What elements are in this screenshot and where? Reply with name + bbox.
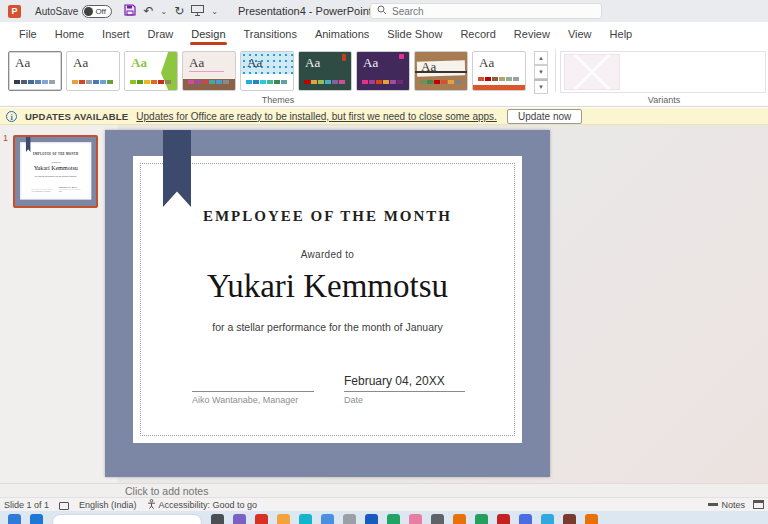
theme-swatches <box>188 80 229 84</box>
language-indicator[interactable]: English (India) <box>79 500 137 510</box>
theme-preview-text: Aa <box>15 55 30 71</box>
autosave-toggle[interactable]: Off <box>82 5 112 18</box>
autosave-control[interactable]: AutoSave Off <box>35 5 112 18</box>
theme-swatch <box>274 80 280 84</box>
ribbon-tabs: File Home Insert Draw Design Transitions… <box>0 22 768 47</box>
taskbar-icon[interactable] <box>211 514 224 524</box>
theme-option-4[interactable]: Aa <box>182 51 236 91</box>
ribbon-group-separator <box>555 49 556 92</box>
certificate-subtitle[interactable]: for a stellar performance for the month … <box>133 321 522 333</box>
theme-swatch <box>362 80 368 84</box>
taskbar-icon[interactable] <box>453 514 466 524</box>
taskbar-search-box[interactable] <box>52 514 202 524</box>
windows-taskbar <box>0 511 768 524</box>
notification-message-link[interactable]: Updates for Office are ready to be insta… <box>136 111 497 122</box>
undo-button[interactable]: ↶ <box>143 5 153 17</box>
theme-swatch <box>107 80 113 84</box>
variants-gallery <box>560 51 766 93</box>
theme-option-2[interactable]: Aa <box>66 51 120 91</box>
slide-thumbnail-preview: EMPLOYEE OF THE MONTH Awarded to Yukari … <box>15 137 30 206</box>
taskbar-icon[interactable] <box>431 514 444 524</box>
notes-icon <box>708 501 718 504</box>
powerpoint-app-icon[interactable] <box>8 5 21 18</box>
display-settings-icon[interactable] <box>59 502 69 510</box>
theme-option-9[interactable]: Aa <box>472 51 526 91</box>
taskbar-icon[interactable] <box>233 514 246 524</box>
certificate-title[interactable]: EMPLOYEE OF THE MONTH <box>133 208 522 225</box>
theme-preview-text: Aa <box>305 55 320 71</box>
theme-preview-text: Aa <box>73 55 88 71</box>
theme-office-current[interactable]: Aa <box>8 51 62 91</box>
save-icon[interactable] <box>124 4 136 18</box>
theme-swatch <box>281 80 287 84</box>
toggle-knob-icon <box>84 7 93 16</box>
customize-toolbar-icon[interactable]: ⌄ <box>211 7 218 16</box>
taskbar-icon[interactable] <box>387 514 400 524</box>
taskbar-icon[interactable] <box>541 514 554 524</box>
redo-button[interactable]: ↻ <box>174 5 184 17</box>
tab-review[interactable]: Review <box>505 23 559 46</box>
theme-wood[interactable]: Aa <box>414 51 468 91</box>
tab-help[interactable]: Help <box>601 23 642 46</box>
taskbar-icon[interactable] <box>277 514 290 524</box>
slide-indicator[interactable]: Slide 1 of 1 <box>4 500 49 510</box>
variant-option-1[interactable] <box>564 54 620 90</box>
taskbar-icon[interactable] <box>475 514 488 524</box>
search-input[interactable] <box>392 6 595 17</box>
tab-insert[interactable]: Insert <box>93 23 139 46</box>
slide-1-thumbnail[interactable]: EMPLOYEE OF THE MONTH Awarded to Yukari … <box>13 135 98 208</box>
notification-badge: UPDATES AVAILABLE <box>25 111 128 122</box>
tab-home[interactable]: Home <box>46 23 93 46</box>
taskbar-icon[interactable] <box>30 514 43 524</box>
recipient-name[interactable]: Yukari Kemmotsu <box>133 268 522 305</box>
certificate-body[interactable]: EMPLOYEE OF THE MONTH Awarded to Yukari … <box>133 156 522 443</box>
themes-gallery-more-icon[interactable]: ▼ <box>534 79 548 94</box>
taskbar-icon[interactable] <box>519 514 532 524</box>
normal-view-icon[interactable] <box>753 500 764 509</box>
themes-scroll-up-icon[interactable]: ▲ <box>534 51 548 65</box>
start-presentation-icon[interactable] <box>191 5 204 18</box>
slide-canvas[interactable]: EMPLOYEE OF THE MONTH Awarded to Yukari … <box>105 130 550 477</box>
manager-signature-block[interactable]: Aiko Wantanabe, Manager <box>192 374 314 405</box>
theme-swatch <box>311 80 317 84</box>
tab-slide-show[interactable]: Slide Show <box>378 23 451 46</box>
taskbar-icon[interactable] <box>8 514 21 524</box>
theme-facet[interactable]: Aa <box>124 51 178 91</box>
tab-view[interactable]: View <box>559 23 601 46</box>
notes-pane[interactable]: Click to add notes <box>0 483 768 497</box>
taskbar-icon[interactable] <box>255 514 268 524</box>
theme-swatch <box>188 80 194 84</box>
taskbar-icon[interactable] <box>321 514 334 524</box>
theme-integral[interactable]: Aa <box>240 51 294 91</box>
date-value[interactable]: February 04, 20XX <box>344 374 465 389</box>
theme-swatch <box>499 77 505 81</box>
tab-record[interactable]: Record <box>451 23 504 46</box>
taskbar-icon[interactable] <box>365 514 378 524</box>
tab-draw[interactable]: Draw <box>139 23 183 46</box>
themes-scroll-down-icon[interactable]: ▼ <box>534 65 548 79</box>
tab-design[interactable]: Design <box>182 23 234 46</box>
awarded-to-label[interactable]: Awarded to <box>133 249 522 260</box>
taskbar-icon[interactable] <box>497 514 510 524</box>
taskbar-icon[interactable] <box>299 514 312 524</box>
search-box[interactable] <box>370 3 602 19</box>
theme-chalkboard[interactable]: Aa <box>298 51 352 91</box>
autosave-state: Off <box>95 7 106 16</box>
notes-placeholder[interactable]: Click to add notes <box>125 485 208 497</box>
taskbar-icon[interactable] <box>409 514 422 524</box>
undo-dropdown-icon[interactable]: ⌄ <box>160 7 167 16</box>
themes-scroll-controls: ▲ ▼ ▼ <box>534 51 548 91</box>
theme-option-7[interactable]: Aa <box>356 51 410 91</box>
tab-file[interactable]: File <box>10 23 46 46</box>
date-block[interactable]: February 04, 20XX Date <box>344 374 465 405</box>
taskbar-icon[interactable] <box>585 514 598 524</box>
theme-swatch <box>216 80 222 84</box>
taskbar-icon[interactable] <box>563 514 576 524</box>
update-now-button[interactable]: Update now <box>507 109 582 124</box>
accessibility-status: Accessibility: Good to go <box>159 500 258 510</box>
tab-animations[interactable]: Animations <box>306 23 378 46</box>
notes-toggle[interactable]: Notes <box>708 500 745 510</box>
accessibility-checker[interactable]: Accessibility: Good to go <box>147 499 258 511</box>
tab-transitions[interactable]: Transitions <box>235 23 306 46</box>
taskbar-icon[interactable] <box>343 514 356 524</box>
